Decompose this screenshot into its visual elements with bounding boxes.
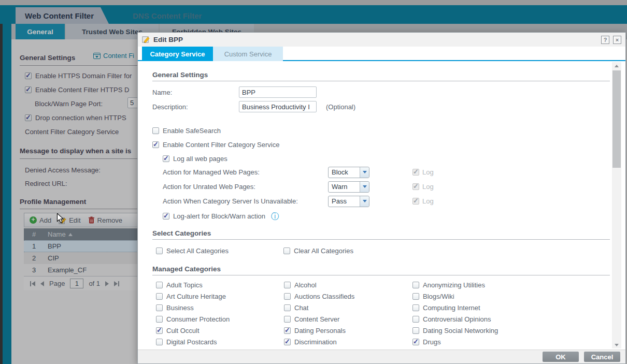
divider: [152, 239, 610, 240]
checkbox-icon: [284, 339, 291, 345]
category-checkbox[interactable]: Digital Postcards: [156, 338, 284, 346]
action-unavailable-row: Action When Category Server Is Unavailab…: [152, 195, 612, 207]
action-unrated-row: Action for Unrated Web Pages: Warn Log: [152, 181, 612, 193]
category-checkbox[interactable]: Business: [156, 304, 284, 312]
category-checkbox[interactable]: Alcohol: [284, 281, 412, 289]
category-checkbox[interactable]: Blogs/Wiki: [412, 293, 612, 300]
action-unrated-dropdown[interactable]: Warn: [328, 181, 369, 193]
checkbox-icon: [412, 169, 419, 176]
select-categories-row: Select All Categories Clear All Categori…: [156, 247, 612, 255]
checkbox-label: Chat: [294, 304, 308, 312]
category-checkbox[interactable]: Auctions Classifieds: [284, 293, 412, 300]
managed-categories-grid: Adult TopicsAlcoholAnonymizing Utilities…: [156, 281, 612, 346]
checkbox-icon: [163, 155, 169, 162]
checkbox-icon: [412, 339, 419, 345]
divider: [152, 81, 610, 81]
action-managed-label: Action for Managed Web Pages:: [163, 168, 328, 176]
action-unrated-label: Action for Unrated Web Pages:: [163, 183, 328, 191]
log-all-web-pages-checkbox[interactable]: Log all web pages: [163, 155, 612, 163]
description-row: Description: (Optional): [152, 101, 612, 112]
scroll-up-icon[interactable]: [612, 62, 621, 69]
checkbox-icon: [152, 127, 159, 134]
log-alert-checkbox[interactable]: Log-alert for Block/Warn action ⓘ: [163, 212, 612, 220]
checkbox-label: Cult Occult: [166, 327, 200, 334]
select-all-categories-checkbox[interactable]: Select All Categories: [156, 247, 283, 255]
checkbox-icon: [156, 339, 163, 345]
checkbox-label: Dating Personals: [294, 327, 346, 334]
checkbox-label: Content Server: [294, 315, 339, 323]
checkbox-icon: [412, 304, 419, 311]
dropdown-value: Block: [329, 168, 360, 176]
log-label: Log: [422, 168, 434, 176]
category-checkbox[interactable]: Chat: [284, 304, 412, 312]
dialog-body: General Settings Name: Description: (Opt…: [138, 62, 612, 350]
checkbox-icon: [284, 316, 291, 323]
checkbox-label: Log all web pages: [173, 155, 227, 163]
dropdown-arrow-icon: [360, 182, 369, 192]
clear-all-categories-checkbox[interactable]: Clear All Categories: [283, 247, 612, 255]
checkbox-label: Log-alert for Block/Warn action: [173, 212, 265, 220]
divider: [152, 275, 610, 275]
checkbox-label: Clear All Categories: [294, 247, 353, 255]
action-unavailable-dropdown[interactable]: Pass: [328, 196, 369, 207]
info-icon[interactable]: ⓘ: [271, 213, 279, 220]
managed-categories-heading: Managed Categories: [152, 265, 612, 273]
action-managed-dropdown[interactable]: Block: [328, 167, 369, 178]
checkbox-label: Enable Content Filter Category Service: [163, 141, 279, 149]
tab-custom-service[interactable]: Custom Service: [213, 47, 283, 61]
category-checkbox[interactable]: Discrimination: [284, 338, 412, 346]
dialog-title: Edit BPP: [153, 36, 597, 43]
category-checkbox[interactable]: Content Server: [284, 315, 412, 323]
cancel-button[interactable]: Cancel: [584, 352, 620, 362]
checkbox-label: Consumer Protection: [166, 315, 230, 323]
category-checkbox[interactable]: Computing Internet: [412, 304, 612, 312]
checkbox-icon: [156, 293, 163, 300]
checkbox-label: Art Culture Heritage: [166, 293, 226, 300]
scroll-down-icon[interactable]: [612, 341, 621, 348]
description-label: Description:: [152, 103, 239, 111]
enable-safesearch-checkbox[interactable]: Enable SafeSearch: [152, 127, 612, 135]
help-button[interactable]: ?: [601, 36, 609, 44]
name-input[interactable]: [239, 86, 317, 98]
dialog-scrollbar[interactable]: [612, 62, 621, 348]
log-checkbox-disabled: Log: [412, 183, 434, 191]
enable-category-service-checkbox[interactable]: Enable Content Filter Category Service: [152, 141, 612, 149]
checkbox-label: Computing Internet: [423, 304, 480, 312]
checkbox-icon: [152, 141, 159, 148]
checkbox-label: Enable SafeSearch: [163, 127, 221, 135]
dropdown-value: Pass: [329, 197, 360, 205]
ok-button[interactable]: OK: [543, 352, 579, 362]
checkbox-icon: [284, 304, 291, 311]
dropdown-value: Warn: [329, 183, 360, 191]
checkbox-label: Dating Social Networking: [423, 327, 498, 334]
name-label: Name:: [152, 89, 239, 96]
category-checkbox[interactable]: Dating Social Networking: [412, 327, 612, 334]
checkbox-icon: [163, 213, 169, 220]
dropdown-arrow-icon: [360, 167, 369, 178]
checkbox-label: Business: [166, 304, 194, 312]
category-checkbox[interactable]: Drugs: [412, 338, 612, 346]
tab-category-service[interactable]: Category Service: [142, 47, 213, 61]
category-checkbox[interactable]: Dating Personals: [284, 327, 412, 334]
checkbox-label: Digital Postcards: [166, 338, 217, 346]
checkbox-label: Discrimination: [294, 338, 337, 346]
checkbox-label: Select All Categories: [166, 247, 229, 255]
category-checkbox[interactable]: Controversial Opinions: [412, 315, 612, 323]
checkbox-icon: [412, 327, 419, 334]
scrollbar-thumb[interactable]: [612, 70, 621, 168]
category-checkbox[interactable]: Cult Occult: [156, 327, 284, 334]
category-checkbox[interactable]: Anonymizing Utilities: [412, 281, 612, 289]
checkbox-icon: [156, 316, 163, 323]
checkbox-icon: [156, 304, 163, 311]
checkbox-label: Drugs: [423, 338, 441, 346]
category-checkbox[interactable]: Adult Topics: [156, 281, 284, 289]
description-input[interactable]: [239, 101, 317, 112]
action-unavailable-label: Action When Category Server Is Unavailab…: [163, 197, 328, 205]
category-checkbox[interactable]: Consumer Protection: [156, 315, 284, 323]
checkbox-icon: [412, 198, 419, 205]
checkbox-icon: [284, 327, 291, 334]
category-checkbox[interactable]: Art Culture Heritage: [156, 293, 284, 300]
close-button[interactable]: ×: [613, 36, 621, 44]
checkbox-icon: [283, 247, 290, 254]
log-checkbox-disabled: Log: [412, 168, 434, 176]
